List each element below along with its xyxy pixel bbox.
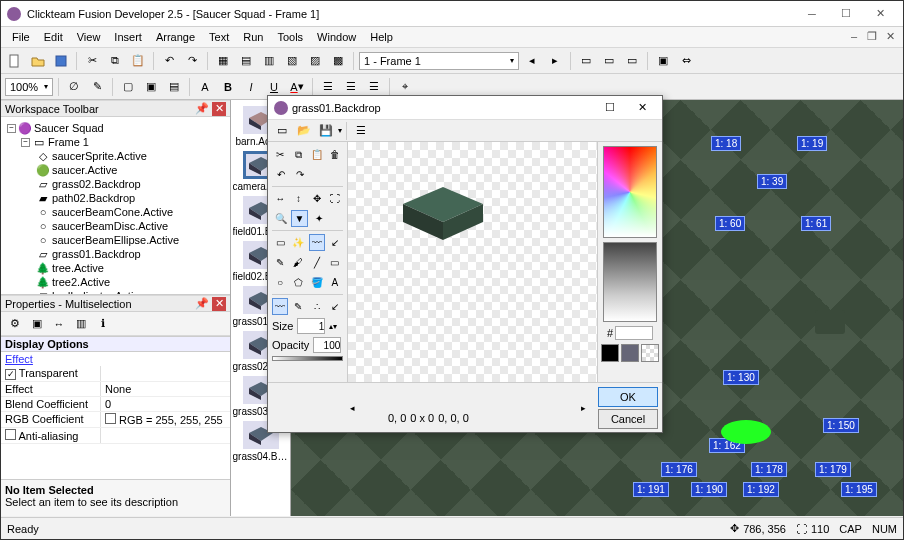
tree-item[interactable]: 🌲tree.Active [3,261,228,275]
prop-tab-display[interactable]: ▣ [27,314,47,334]
menu-window[interactable]: Window [310,28,363,46]
bg-swatch[interactable] [621,344,639,362]
tractor-sprite[interactable] [815,310,845,334]
paste-tool[interactable]: 📋 [309,146,325,163]
minimize-button[interactable]: ─ [795,3,829,25]
grid-tool-button[interactable]: ∅ [64,77,84,97]
prop-tab-settings[interactable]: ⚙ [5,314,25,334]
menu-run[interactable]: Run [236,28,270,46]
text-right-button[interactable]: ☰ [364,77,384,97]
align-left-button[interactable]: ▢ [118,77,138,97]
tree-frame[interactable]: −▭Frame 1 [3,135,228,149]
prop-tab-about[interactable]: ℹ [93,314,113,334]
underline-button[interactable]: U [264,77,284,97]
ellipse-tool[interactable]: ○ [272,274,288,291]
poly-tool[interactable]: ⬠ [290,274,306,291]
copy-button[interactable]: ⧉ [105,51,125,71]
pencil-tool[interactable]: ✎ [272,254,288,271]
storyboard-button[interactable]: ▦ [213,51,233,71]
snap-button[interactable]: ✎ [87,77,107,97]
run-project-button[interactable]: ▭ [576,51,596,71]
tree-item[interactable]: ○saucerBeamEllipse.Active [3,233,228,247]
bold-button[interactable]: B [218,77,238,97]
flip-v-tool[interactable]: ↕ [290,190,306,207]
zoom-tool[interactable]: 🔍 [272,210,289,227]
menu-view[interactable]: View [70,28,108,46]
mdi-minimize-icon[interactable]: – [847,29,861,43]
resize-tool[interactable]: ⛶ [327,190,343,207]
tree-item[interactable]: 🌲tree2.Active [3,275,228,289]
mdi-restore-icon[interactable]: ❐ [865,29,879,43]
global-events-button[interactable]: ▩ [328,51,348,71]
coord-b[interactable]: 0 x 0 [410,412,434,424]
coord-c[interactable]: 0, 0, 0 [438,412,469,424]
menu-file[interactable]: File [5,28,37,46]
select-tool[interactable]: ▭ [272,234,288,251]
close-panel-icon[interactable]: ✕ [212,297,226,311]
frame-editor-button[interactable]: ▤ [236,51,256,71]
hotspot-tool[interactable]: ▼ [291,210,308,227]
frame-marker[interactable]: 1: 192 [743,482,779,497]
tree-item[interactable]: 🟢saucer.Active [3,163,228,177]
eraser-tool[interactable]: ✎ [290,298,306,315]
action-point-tool[interactable]: ✦ [310,210,327,227]
align-center-button[interactable]: ▣ [141,77,161,97]
menu-arrange[interactable]: Arrange [149,28,202,46]
fill-tool[interactable]: 🪣 [309,274,325,291]
brush-tool[interactable]: 🖌 [290,254,306,271]
prev-frame-button[interactable]: ◂ [522,51,542,71]
new-button[interactable] [5,51,25,71]
center-frame-button[interactable]: ⌖ [395,77,415,97]
fg-swatch[interactable] [601,344,619,362]
save-button[interactable] [51,51,71,71]
cut-button[interactable]: ✂ [82,51,102,71]
prop-rgb-row[interactable]: RGB Coefficient RGB = 255, 255, 255 [1,412,230,428]
menu-help[interactable]: Help [363,28,400,46]
prop-aa-row[interactable]: Anti-aliasing [1,428,230,444]
frame-marker[interactable]: 1: 179 [815,462,851,477]
tree-item[interactable]: ○saucerBeamDisc.Active [3,219,228,233]
spray-tool[interactable]: ∴ [309,298,325,315]
frame-marker[interactable]: 1: 195 [841,482,877,497]
opacity-slider[interactable] [272,356,343,361]
editor-preview[interactable] [348,142,598,382]
undo-button[interactable]: ↶ [159,51,179,71]
menu-tools[interactable]: Tools [270,28,310,46]
font-button[interactable]: A [195,77,215,97]
redo-tool[interactable]: ↷ [291,166,308,183]
editor-open-button[interactable]: 📂 [294,121,314,141]
cancel-button[interactable]: Cancel [598,409,658,429]
redo-button[interactable]: ↷ [182,51,202,71]
run-frame-button[interactable]: ▭ [622,51,642,71]
editor-new-button[interactable]: ▭ [272,121,292,141]
prop-tab-values[interactable]: ▥ [71,314,91,334]
maximize-button[interactable]: ☐ [829,3,863,25]
open-button[interactable] [28,51,48,71]
menu-insert[interactable]: Insert [107,28,149,46]
text-left-button[interactable]: ☰ [318,77,338,97]
tree-item[interactable]: ◇saucerSprite.Active [3,149,228,163]
event-list-button[interactable]: ▧ [282,51,302,71]
cut-tool[interactable]: ✂ [272,146,288,163]
frame-marker[interactable]: 1: 60 [715,216,745,231]
hex-input[interactable] [615,326,653,340]
frame-marker[interactable]: 1: 18 [711,136,741,151]
wand-tool[interactable]: ✨ [290,234,306,251]
editor-save-button[interactable]: 💾 [316,121,336,141]
text-tool[interactable]: A [327,274,343,291]
text-color-button[interactable]: A▾ [287,77,307,97]
undo-tool[interactable]: ↶ [272,166,289,183]
palette-grid[interactable] [603,146,657,238]
copy-tool[interactable]: ⧉ [290,146,306,163]
ok-button[interactable]: OK [598,387,658,407]
frame-marker[interactable]: 1: 176 [661,462,697,477]
prop-effect-row[interactable]: EffectNone [1,382,230,397]
delete-tool[interactable]: 🗑 [327,146,343,163]
close-button[interactable]: ✕ [863,3,897,25]
tree-item[interactable]: ▰path02.Backdrop [3,191,228,205]
dialog-maximize-button[interactable]: ☐ [596,98,624,118]
frame-marker[interactable]: 1: 61 [801,216,831,231]
color-pick-tool[interactable]: ↙ [327,234,343,251]
pin-icon[interactable]: 📌 [195,297,209,311]
next-frame-button[interactable]: ▸ [545,51,565,71]
